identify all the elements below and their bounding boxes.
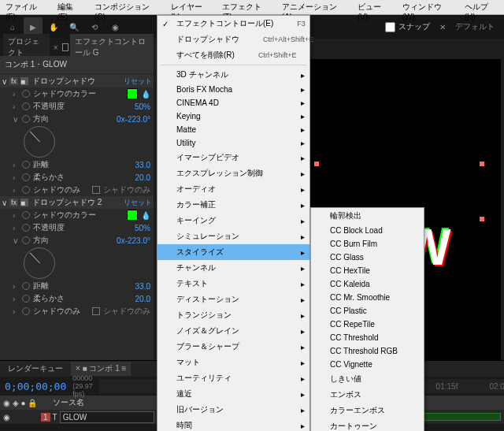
menu-item-時間[interactable]: 時間▸ — [158, 418, 309, 431]
submenu-item-カラーエンボス[interactable]: カラーエンボス — [311, 403, 424, 418]
submenu-item-CC Glass[interactable]: CC Glass — [311, 251, 424, 264]
effect-prop[interactable]: ∨方向0x-223.0° — [0, 113, 154, 125]
snap-label: スナップ — [398, 21, 430, 32]
effect-header[interactable]: ∨fx■ドロップシャドウリセット — [0, 75, 154, 87]
layer-name-input[interactable] — [60, 411, 154, 423]
submenu-item-CC Threshold[interactable]: CC Threshold — [311, 331, 424, 344]
menu-item-Keying[interactable]: Keying▸ — [158, 110, 309, 123]
menu-ウィンドウ[interactable]: ウィンドウ(W) — [397, 0, 459, 14]
direction-dial[interactable] — [0, 247, 154, 280]
effect-prop[interactable]: ›不透明度50% — [0, 221, 154, 234]
menu-item-カラー補正[interactable]: カラー補正▸ — [158, 197, 309, 213]
submenu-item-エンボス[interactable]: エンボス — [311, 387, 424, 403]
menu-item-Utility[interactable]: Utility▸ — [158, 136, 309, 150]
duration-label: 00000 (29.97 fps) — [72, 374, 93, 398]
menu-item-旧バージョン[interactable]: 旧バージョン▸ — [158, 402, 309, 418]
effect-prop[interactable]: ›距離33.0 — [0, 280, 154, 292]
menu-item-遠近[interactable]: 遠近▸ — [158, 386, 309, 402]
handle-marker[interactable] — [480, 217, 484, 221]
menu-ファイル[interactable]: ファイル(F) — [0, 0, 52, 14]
menu-item-スタイライズ[interactable]: スタイライズ▸ — [158, 244, 309, 260]
effect-prop[interactable]: ›柔らかさ20.0 — [0, 292, 154, 305]
effect-menu: ✓エフェクトコントロール(E)F3ドロップシャドウCtrl+Alt+Shift+… — [157, 15, 310, 431]
visibility-icon[interactable]: ◉ — [3, 413, 13, 422]
effect-prop[interactable]: ∨方向0x-223.0° — [0, 234, 154, 247]
menu-item[interactable]: ドロップシャドウCtrl+Alt+Shift+E — [158, 32, 309, 47]
workspace-label[interactable]: デフォルト — [455, 21, 495, 32]
comp-title: コンポ 1・GLOW — [0, 56, 154, 73]
timecode[interactable]: 0;00;00;00 — [5, 381, 66, 392]
menu-item-シミュレーション[interactable]: シミュレーション▸ — [158, 229, 309, 244]
handle-marker[interactable] — [480, 162, 484, 166]
effect-header[interactable]: ∨fx■ドロップシャドウ 2リセット — [0, 196, 154, 209]
ruler-tick: 02:00f — [489, 382, 504, 391]
submenu-item-CC Threshold RGB[interactable]: CC Threshold RGB — [311, 344, 424, 358]
effect-prop[interactable]: ›シャドウのカラー💧 — [0, 87, 154, 100]
effect-prop[interactable]: ›不透明度50% — [0, 100, 154, 113]
submenu-item-しきい値[interactable]: しきい値 — [311, 371, 424, 387]
submenu-item-CC RepeTile[interactable]: CC RepeTile — [311, 318, 424, 331]
menu-item-エクスプレッション制御[interactable]: エクスプレッション制御▸ — [158, 165, 309, 181]
menu-item-CINEMA 4D[interactable]: CINEMA 4D▸ — [158, 96, 309, 110]
submenu-item-CC Kaleida[interactable]: CC Kaleida — [311, 277, 424, 291]
menu-item-テキスト[interactable]: テキスト▸ — [158, 276, 309, 292]
snap-icon[interactable]: ✕ — [433, 17, 452, 36]
handle-marker[interactable] — [314, 162, 319, 166]
submenu-item-カートゥーン[interactable]: カートゥーン — [311, 418, 424, 431]
effect-prop[interactable]: ›シャドウのみシャドウのみ — [0, 305, 154, 318]
effect-prop[interactable]: ›シャドウのみシャドウのみ — [0, 184, 154, 196]
submenu-item-CC Vignette[interactable]: CC Vignette — [311, 358, 424, 371]
submenu-item-CC Mr. Smoothie[interactable]: CC Mr. Smoothie — [311, 291, 424, 304]
menu-レイヤー[interactable]: レイヤー(L) — [165, 0, 217, 14]
submenu-item-CC HexTile[interactable]: CC HexTile — [311, 264, 424, 277]
menu-item-ユーティリティ[interactable]: ユーティリティ▸ — [158, 370, 309, 386]
menu-アニメーション[interactable]: アニメーション(A) — [276, 0, 352, 14]
ruler-tick: 01:15f — [436, 382, 458, 391]
menu-編集[interactable]: 編集(E) — [52, 0, 89, 14]
menu-item-マット[interactable]: マット▸ — [158, 355, 309, 370]
menu-コンポジション[interactable]: コンポジション(C) — [89, 0, 165, 14]
effect-prop[interactable]: ›距離33.0 — [0, 158, 154, 171]
menu-item-3D チャンネル[interactable]: 3D チャンネル▸ — [158, 67, 309, 83]
menu-item[interactable]: すべてを削除(R)Ctrl+Shift+E — [158, 47, 309, 63]
menu-item-イマーシブビデオ[interactable]: イマーシブビデオ▸ — [158, 150, 309, 165]
stylize-submenu: 輪郭検出CC Block LoadCC Burn FilmCC GlassCC … — [310, 207, 424, 431]
menu-item-チャンネル[interactable]: チャンネル▸ — [158, 260, 309, 276]
effect-prop[interactable]: ›柔らかさ20.0 — [0, 171, 154, 184]
close-icon[interactable]: × — [51, 43, 61, 52]
layer-index[interactable]: 1 — [41, 413, 50, 422]
submenu-item-CC Block Load[interactable]: CC Block Load — [311, 224, 424, 237]
render-queue-tab[interactable]: レンダーキュー — [3, 362, 68, 376]
menu-item-Matte[interactable]: Matte▸ — [158, 123, 309, 136]
menubar: ファイル(F)編集(E)コンポジション(C)レイヤー(L)エフェクト(T)アニメ… — [0, 0, 504, 15]
menu-エフェクト[interactable]: エフェクト(T) — [217, 0, 276, 14]
panel-menu-icon[interactable] — [62, 43, 69, 51]
submenu-item-輪郭検出[interactable]: 輪郭検出 — [311, 208, 424, 224]
snap-checkbox[interactable] — [385, 22, 395, 32]
submenu-item-CC Plastic[interactable]: CC Plastic — [311, 304, 424, 318]
effect-prop[interactable]: ›シャドウのカラー💧 — [0, 209, 154, 221]
direction-dial[interactable] — [0, 125, 154, 158]
source-name-header[interactable]: ソース名 — [53, 397, 163, 408]
menu-item-ブラー＆シャープ[interactable]: ブラー＆シャープ▸ — [158, 339, 309, 355]
menu-item-オーディオ[interactable]: オーディオ▸ — [158, 181, 309, 197]
submenu-item-CC Burn Film[interactable]: CC Burn Film — [311, 237, 424, 251]
menu-item-キーイング[interactable]: キーイング▸ — [158, 213, 309, 229]
menu-item[interactable]: ✓エフェクトコントロール(E)F3 — [158, 16, 309, 32]
menu-ヘルプ[interactable]: ヘルプ(H) — [459, 0, 504, 14]
menu-item-ディストーション[interactable]: ディストーション▸ — [158, 292, 309, 307]
menu-item-ノイズ＆グレイン[interactable]: ノイズ＆グレイン▸ — [158, 323, 309, 339]
menu-item-Boris FX Mocha[interactable]: Boris FX Mocha▸ — [158, 83, 309, 96]
menu-ビュー[interactable]: ビュー(V) — [352, 0, 397, 14]
menu-item-トランジション[interactable]: トランジション▸ — [158, 307, 309, 323]
